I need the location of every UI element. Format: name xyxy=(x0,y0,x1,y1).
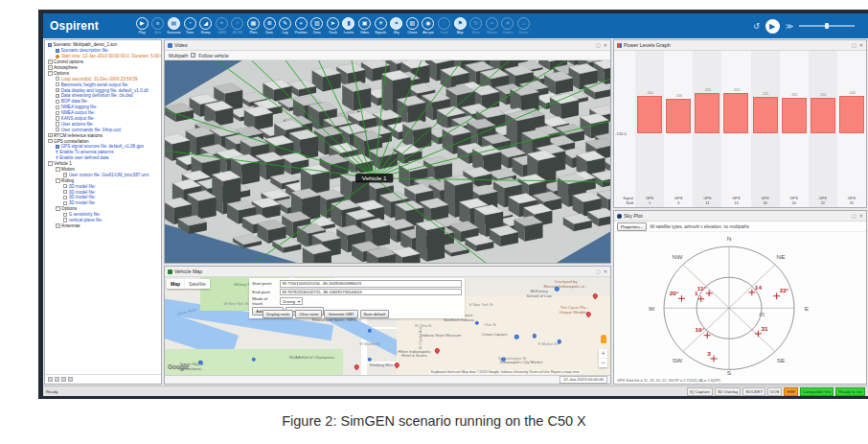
toolbar-button-snail[interactable]: ◌Snail xyxy=(437,17,451,35)
close-icon[interactable]: ✕ xyxy=(859,213,863,219)
expand-icon[interactable]: + xyxy=(48,133,53,138)
display-route-button[interactable]: Display route xyxy=(263,310,293,318)
pegman-icon[interactable] xyxy=(601,335,606,343)
map-pin-blue[interactable] xyxy=(555,287,559,291)
tree-item[interactable]: GPS signal sources file: default_v1.08.g… xyxy=(46,144,160,150)
start-point-input[interactable]: 39.770015031115156, -86.163359016890074 xyxy=(280,280,462,288)
toolbar-button-arm[interactable]: ■Arm xyxy=(151,17,166,35)
zoom-in-button[interactable]: + xyxy=(599,349,607,359)
collapse-icon[interactable]: − xyxy=(48,71,53,76)
collapse-icon[interactable]: − xyxy=(56,178,60,183)
toolbar-button-motion[interactable]: ≈Motion xyxy=(485,17,499,35)
close-icon[interactable]: ✕ xyxy=(604,269,607,274)
toolbar-button-levels[interactable]: ▮Levels xyxy=(342,17,356,35)
checkbox-unchecked[interactable] xyxy=(56,105,59,109)
toolbar-button-ant-pat[interactable]: ◉Ant pat xyxy=(422,17,436,35)
vehicle-marker[interactable]: Vehicle 1 xyxy=(355,174,393,183)
checkbox-unchecked[interactable] xyxy=(56,82,59,86)
checkbox-unchecked[interactable] xyxy=(56,77,59,81)
checkbox-unchecked[interactable] xyxy=(63,190,67,194)
rewind-icon[interactable]: ↺ xyxy=(753,22,760,31)
file-icon xyxy=(56,49,59,54)
toolbar-button-sky[interactable]: ✶Sky xyxy=(389,17,403,35)
checkbox-unchecked[interactable] xyxy=(56,122,59,126)
multipath-mode-label[interactable]: Multipath xyxy=(169,53,188,58)
map-pin-red[interactable] xyxy=(354,363,359,369)
checkbox-checked[interactable]: ✓ xyxy=(63,173,67,176)
toolbar-button-log[interactable]: ✎Log xyxy=(278,17,292,35)
checkbox-unchecked[interactable] xyxy=(56,100,59,104)
expand-icon[interactable]: + xyxy=(48,59,53,64)
close-icon[interactable]: ✕ xyxy=(859,42,863,48)
checkbox-unchecked[interactable] xyxy=(56,116,59,120)
toolbar-button-ramp[interactable]: ◢Ramp xyxy=(198,17,213,35)
map-attribution[interactable]: Keyboard shortcuts Map data ©2023 Google… xyxy=(429,370,582,374)
tree-item[interactable]: ✓Data display and logging file: default_… xyxy=(46,87,160,93)
toolbar-button-map[interactable]: ⚑Map xyxy=(453,17,468,35)
tree-tool-icon[interactable] xyxy=(61,377,66,382)
google-map[interactable]: Map Satellite Start point 39.77001503111… xyxy=(165,277,610,375)
save-default-button[interactable]: Save default xyxy=(360,310,390,318)
3d-city-view[interactable]: Vehicle 1 xyxy=(165,60,610,263)
checkbox-unchecked[interactable] xyxy=(56,111,59,115)
play-button[interactable]: ▶ xyxy=(765,19,780,34)
checkbox-unchecked[interactable] xyxy=(63,184,67,188)
checkbox-checked[interactable]: ✓ xyxy=(56,88,59,92)
checkbox-unchecked[interactable] xyxy=(63,196,67,199)
collapse-icon[interactable]: − xyxy=(56,206,60,211)
collapse-icon[interactable]: − xyxy=(48,161,53,166)
expand-icon[interactable]: + xyxy=(48,65,53,70)
maximize-icon[interactable]: ▢ xyxy=(596,42,601,48)
speed-slider[interactable] xyxy=(799,25,855,27)
toolbar-button-position[interactable]: ⌖Position xyxy=(294,17,308,35)
toolbar-button-auto[interactable]: ↻Auto xyxy=(468,17,483,35)
mode-of-travel-select[interactable]: Driving▾ xyxy=(280,297,303,305)
generate-umt-button[interactable]: Generate UMT xyxy=(324,310,357,318)
collapse-icon[interactable]: − xyxy=(56,167,60,172)
toolbar-button-gaim[interactable]: ✦GAIM xyxy=(215,17,229,35)
slider-knob[interactable] xyxy=(825,23,829,29)
toolbar-button-codes[interactable]: #Codes xyxy=(501,17,515,35)
end-point-input[interactable]: 39.767923130132725, -86.158292733144016 xyxy=(280,289,462,296)
collapse-icon[interactable]: − xyxy=(48,139,53,144)
tree-item[interactable]: Start time: 12-Jan-2013 00:00:00.0, Dura… xyxy=(46,54,160,59)
properties-button[interactable]: Properties... xyxy=(617,222,647,231)
expand-icon[interactable]: + xyxy=(56,223,60,228)
simulation-time-field[interactable]: 12-Jan-2013 00:00:00 xyxy=(560,376,607,384)
tree-item[interactable]: +Antennas xyxy=(46,223,160,229)
checkbox-unchecked[interactable] xyxy=(63,201,67,205)
clear-route-button[interactable]: Clear route xyxy=(295,310,322,318)
maximize-icon[interactable]: ▢ xyxy=(852,42,857,48)
follow-vehicle-checkbox[interactable]: ✓ xyxy=(191,53,195,58)
toolbar-button-atom[interactable]: ✧ATOM xyxy=(231,17,245,35)
toolbar-button-data[interactable]: ▥Data xyxy=(309,17,324,35)
toolbar-button-time[interactable]: ◔Time xyxy=(183,17,197,35)
tree-tool-icon[interactable] xyxy=(48,377,53,382)
toolbar-button-chans[interactable]: ▧Chans xyxy=(405,17,420,35)
close-icon[interactable]: ✕ xyxy=(604,42,607,48)
tree-item[interactable]: ✓User motion file: Gre61/UM_bmc387.umt xyxy=(46,172,160,177)
toolbar-button-data[interactable]: ≣Data xyxy=(263,17,277,35)
fast-forward-icon[interactable]: ≫ xyxy=(786,22,793,31)
toolbar-button-signals[interactable]: ✳Signals xyxy=(374,17,388,35)
toolbar-button-plots[interactable]: ▦Plots xyxy=(246,17,261,35)
toolbar-button-track[interactable]: ➤Track xyxy=(326,17,340,35)
toolbar-button-video[interactable]: ▣Video xyxy=(357,17,372,35)
toolbar-button-play[interactable]: ▶Play xyxy=(135,17,149,35)
map-type-satellite-button[interactable]: Satellite xyxy=(185,279,210,289)
maximize-icon[interactable]: ▢ xyxy=(852,213,857,219)
zoom-out-button[interactable]: − xyxy=(599,359,607,367)
checkbox-unchecked[interactable] xyxy=(63,218,67,222)
checkbox-checked[interactable]: ✓ xyxy=(56,94,59,98)
tree-item-label: 3D model file: xyxy=(69,195,96,199)
tree-tool-icon[interactable] xyxy=(68,377,73,382)
maximize-icon[interactable]: ▢ xyxy=(596,269,601,274)
tree-tool-icon[interactable] xyxy=(55,377,59,382)
toolbar-button-scenario[interactable]: ▤Scenario xyxy=(167,17,181,35)
svid-label: 22 xyxy=(809,201,837,206)
checkbox-unchecked[interactable] xyxy=(56,128,59,131)
checkbox-unchecked[interactable] xyxy=(63,213,67,217)
map-type-map-button[interactable]: Map xyxy=(167,279,185,289)
tree-item-label: vertical plane file: xyxy=(69,218,103,222)
toolbar-button-scene[interactable]: ⌂Scene xyxy=(516,17,531,35)
